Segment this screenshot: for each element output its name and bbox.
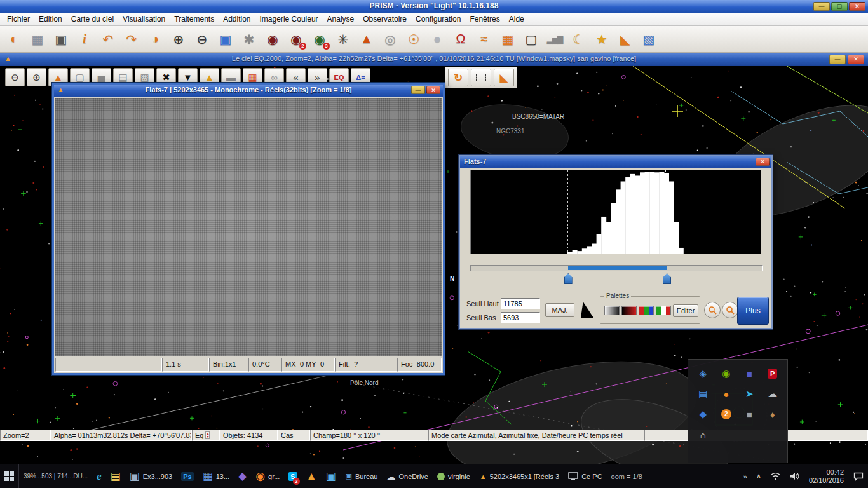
close-button[interactable]: ✕ — [849, 2, 865, 11]
map-zoom-out-icon[interactable]: ⊖ — [5, 68, 25, 86]
java-tray-icon[interactable]: ● — [715, 386, 738, 402]
updates-tray-icon[interactable]: 2 — [715, 407, 738, 422]
taskbar-user[interactable]: virginie — [433, 464, 475, 488]
taskbar-app-skype[interactable]: S2 — [284, 464, 301, 488]
threshold-display-icon[interactable]: ◑ — [144, 28, 166, 51]
flats-minimize-button[interactable]: — — [411, 86, 425, 94]
screen-capture-icon[interactable]: ▣ — [50, 28, 72, 51]
menu-observatoire[interactable]: Observatoire — [358, 13, 411, 25]
set-square-icon[interactable]: ◣ — [494, 69, 514, 86]
seuil-bas-input[interactable] — [501, 312, 540, 323]
menu-fen-tres[interactable]: Fenêtres — [465, 13, 504, 25]
redo-icon[interactable]: ↷ — [120, 28, 143, 51]
eq-frame-spinner[interactable]: ▴▾ — [205, 431, 210, 439]
filter-wheel-icon[interactable]: ✳ — [332, 28, 355, 51]
taskbar-prism-window[interactable]: ▲5202x3465x1 [Réels 3 — [475, 464, 564, 488]
image-display-icon[interactable]: ▧ — [637, 28, 660, 51]
sky-minimize-button[interactable]: — — [829, 55, 846, 64]
gear-settings-icon[interactable]: ✱ — [238, 28, 261, 51]
crop-frame-icon[interactable]: ▢ — [520, 28, 543, 51]
taskbar-bureau[interactable]: ▣Bureau — [341, 464, 383, 488]
open-image-icon[interactable]: ◐ — [3, 28, 25, 51]
menu-traitements[interactable]: Traitements — [170, 13, 219, 25]
display-screen-icon[interactable]: ▣ — [214, 28, 237, 51]
gray-app-tray-icon[interactable]: ■ — [738, 407, 761, 422]
palette-grayscale[interactable] — [604, 306, 620, 315]
teams-tray-icon[interactable]: ■ — [738, 366, 761, 381]
nvidia-tray-icon[interactable]: ◉ — [715, 366, 738, 381]
curve-tool-icon[interactable]: ≈ — [473, 28, 496, 51]
dropbox-tray-icon[interactable]: ◆ — [692, 407, 714, 422]
magnet-autoguide-icon[interactable]: Ω — [449, 28, 472, 51]
maj-button[interactable]: MAJ. — [545, 303, 574, 317]
focuser-cone-icon[interactable]: ▲ — [355, 28, 378, 51]
menu-fichier[interactable]: Fichier — [3, 13, 34, 25]
plus-button[interactable]: Plus — [737, 297, 769, 325]
magnifier-button-1[interactable] — [704, 302, 721, 318]
information-icon[interactable]: i — [73, 28, 96, 51]
volume-icon-button[interactable] — [785, 464, 804, 488]
flats-image-view[interactable] — [55, 98, 442, 356]
threshold-low-handle[interactable] — [564, 273, 573, 284]
menu-imagerie-couleur[interactable]: Imagerie Couleur — [255, 13, 323, 25]
zoom-in-icon[interactable]: ⊕ — [167, 28, 190, 51]
start-button[interactable] — [0, 464, 18, 488]
threshold-slider-range[interactable] — [568, 266, 667, 270]
twitter-tray-icon[interactable]: ➤ — [738, 386, 761, 402]
taskbar-app-app-ex3[interactable]: ▣Ex3...903 — [125, 464, 177, 488]
taskbar-app-file-explorer[interactable]: ▤ — [106, 464, 125, 488]
sun-ephemeris-icon[interactable]: ☉ — [402, 28, 425, 51]
menu-analyse[interactable]: Analyse — [323, 13, 359, 25]
explorer-tray-tray-icon[interactable]: ▤ — [692, 386, 714, 402]
taskbar-app-edge[interactable]: e — [92, 464, 106, 488]
threshold-high-handle[interactable] — [663, 273, 671, 284]
taskbar-app-photos[interactable]: ▣ — [322, 464, 341, 488]
zoom-out-icon[interactable]: ⊖ — [191, 28, 214, 51]
menu-addition[interactable]: Addition — [219, 13, 255, 25]
kettle-tray-icon[interactable]: ⌂ — [692, 427, 714, 442]
camera-batch-icon[interactable]: ◉3 — [308, 28, 331, 51]
save-icon[interactable]: ▦ — [26, 28, 49, 51]
taskbar-onedrive[interactable]: ☁OneDrive — [382, 464, 432, 488]
taskbar-app-gem-app[interactable]: ◆ — [234, 464, 251, 488]
magnifier-button-2[interactable] — [722, 302, 738, 318]
seuil-haut-input[interactable] — [501, 298, 540, 309]
pinterest-tray-icon[interactable]: P — [762, 366, 784, 381]
palette-multicolor[interactable] — [656, 306, 671, 315]
notification-center-button[interactable] — [849, 464, 868, 488]
menu-configuration[interactable]: Configuration — [411, 13, 465, 25]
moon-ephemeris-icon[interactable]: ☾ — [567, 28, 590, 51]
maximize-button[interactable]: ▢ — [831, 2, 848, 11]
menu-carte-du-ciel[interactable]: Carte du ciel — [67, 13, 118, 25]
taskbar-app-firefox[interactable]: ◉gr... — [251, 464, 284, 488]
camera-sequence-icon[interactable]: ◉2 — [285, 28, 308, 51]
tray-arrow[interactable]: ∧ — [752, 464, 766, 488]
taskbar-ce-pc[interactable]: Ce PC — [564, 464, 606, 488]
cloud-tray-icon[interactable]: ☁ — [762, 386, 784, 402]
histogram-close-button[interactable]: ✕ — [756, 158, 770, 166]
taskbar-clock[interactable]: 00:4202/10/2016 — [804, 468, 849, 485]
sky-close-button[interactable]: ✕ — [848, 55, 864, 64]
refresh-map-icon[interactable]: ↻ — [448, 69, 468, 86]
blocks-3d-icon[interactable]: ▦ — [496, 28, 519, 51]
select-region-icon[interactable] — [471, 69, 491, 86]
set-square-tool-icon[interactable]: ◣ — [614, 28, 637, 51]
blue-app-tray-icon[interactable]: ◈ — [692, 366, 714, 381]
palette-rgb[interactable] — [639, 306, 654, 315]
menu-aide[interactable]: Aide — [505, 13, 529, 25]
map-zoom-in-icon[interactable]: ⊕ — [27, 68, 46, 86]
eclipse-tool-icon[interactable]: ● — [426, 28, 449, 51]
taskbar-app-prism[interactable]: ▲ — [302, 464, 322, 488]
taskbar-app-photoshop[interactable]: Ps — [177, 464, 198, 488]
minimize-button[interactable]: — — [813, 2, 830, 11]
histogram-plot[interactable] — [470, 170, 761, 254]
flats-close-button[interactable]: ✕ — [426, 86, 440, 94]
taskbar-running-text[interactable]: 39%...503 | 714...DU... — [18, 464, 92, 488]
star-chart-icon[interactable]: ★ — [590, 28, 613, 51]
network-icon-button[interactable] — [766, 464, 785, 488]
celestial-sphere-icon[interactable]: ◎ — [379, 28, 402, 51]
overflow-chevron[interactable]: » — [739, 464, 752, 488]
taskbar-app-save-tool[interactable]: ▦13... — [198, 464, 234, 488]
histogram-tool-icon[interactable]: ▂▅▇ — [543, 28, 566, 51]
menu-visualisation[interactable]: Visualisation — [118, 13, 170, 25]
